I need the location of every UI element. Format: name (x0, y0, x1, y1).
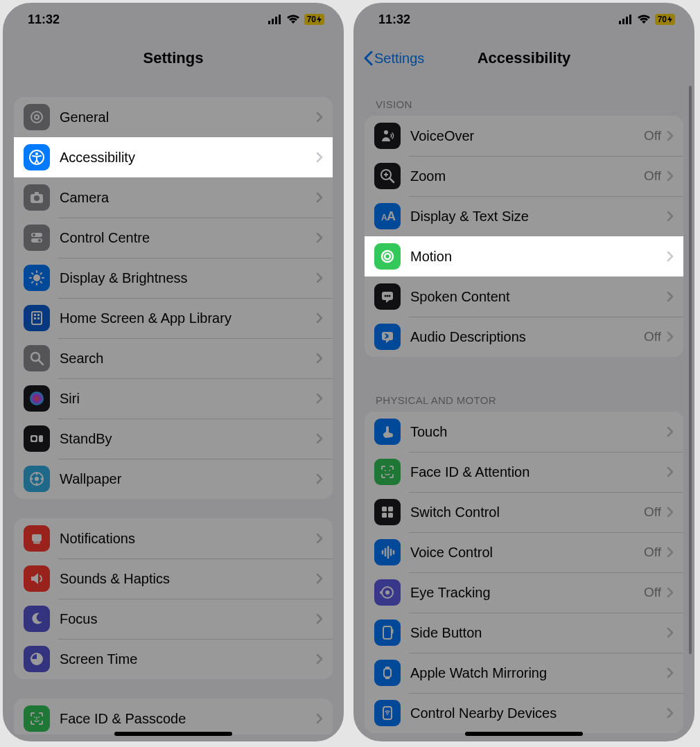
svg-point-65 (385, 470, 386, 471)
accessibility-content[interactable]: VISION VoiceOverOffZoomOffAADisplay & Te… (353, 80, 694, 735)
row-voice-control[interactable]: Voice ControlOff (365, 532, 683, 572)
row-label: Audio Descriptions (410, 329, 644, 345)
section-vision-header: VISION (365, 80, 683, 116)
control-centre-icon (24, 225, 50, 251)
svg-point-36 (35, 477, 39, 481)
voiceover-icon (374, 123, 401, 149)
row-display-text-size[interactable]: AADisplay & Text Size (365, 196, 683, 236)
nav-bar: Settings Accessibility (353, 36, 694, 80)
row-label: Search (60, 351, 316, 367)
phone-right-accessibility: 11:32 70 Settings Accessibility VISION V… (353, 3, 694, 741)
chevron-right-icon (667, 211, 674, 222)
spoken-content-icon (374, 283, 401, 310)
row-control-nearby-devices[interactable]: Control Nearby Devices (365, 693, 683, 733)
row-motion[interactable]: Motion (365, 236, 683, 276)
switch-control-icon (374, 499, 401, 525)
svg-rect-50 (629, 15, 631, 24)
side-button-icon (374, 619, 401, 646)
chevron-right-icon (667, 331, 674, 342)
status-right: 70 (268, 14, 324, 25)
settings-group-2: NotificationsSounds & HapticsFocusScreen… (14, 518, 333, 679)
row-home-screen-app-library[interactable]: Home Screen & App Library (14, 298, 333, 338)
row-label: Spoken Content (410, 289, 667, 305)
row-touch[interactable]: Touch (365, 412, 683, 452)
svg-point-51 (384, 130, 388, 134)
chevron-right-icon (316, 573, 323, 584)
accessibility-icon (24, 144, 50, 170)
physical-group: TouchFace ID & AttentionSwitch ControlOf… (365, 412, 683, 733)
row-spoken-content[interactable]: Spoken Content (365, 276, 683, 317)
status-time: 11:32 (28, 12, 60, 27)
row-side-button[interactable]: Side Button (365, 613, 683, 653)
audio-desc-icon (374, 324, 401, 350)
status-bar: 11:32 70 (353, 3, 694, 36)
battery-badge: 70 (304, 14, 324, 25)
svg-rect-68 (388, 507, 393, 511)
row-label: Wallpaper (60, 471, 316, 487)
row-search[interactable]: Search (14, 338, 333, 378)
svg-line-30 (39, 360, 43, 364)
row-general[interactable]: General (14, 97, 333, 137)
row-accessibility[interactable]: Accessibility (14, 137, 333, 177)
settings-content[interactable]: GeneralAccessibilityCameraControl Centre… (3, 80, 344, 735)
row-control-centre[interactable]: Control Centre (14, 218, 333, 258)
row-eye-tracking[interactable]: Eye TrackingOff (365, 572, 683, 613)
status-time: 11:32 (378, 12, 410, 27)
svg-point-58 (382, 251, 393, 262)
nearby-devices-icon (374, 700, 401, 726)
chevron-right-icon (316, 232, 323, 243)
row-siri[interactable]: Siri (14, 378, 333, 419)
scrollbar[interactable] (689, 86, 692, 654)
chevron-right-icon (316, 433, 323, 444)
svg-rect-1 (272, 19, 274, 24)
row-zoom[interactable]: ZoomOff (365, 156, 683, 196)
chevron-right-icon (667, 130, 674, 141)
wifi-icon (637, 15, 651, 24)
row-wallpaper[interactable]: Wallpaper (14, 459, 333, 499)
row-screen-time[interactable]: Screen Time (14, 639, 333, 679)
svg-point-13 (33, 234, 35, 236)
svg-point-61 (385, 295, 387, 297)
row-label: Apple Watch Mirroring (410, 665, 667, 681)
row-label: Face ID & Attention (410, 464, 667, 480)
chevron-right-icon (316, 613, 323, 624)
row-face-id-attention[interactable]: Face ID & Attention (365, 452, 683, 492)
row-sounds-haptics[interactable]: Sounds & Haptics (14, 559, 333, 599)
nav-bar: Settings (3, 36, 344, 80)
chevron-right-icon (667, 507, 674, 518)
row-switch-control[interactable]: Switch ControlOff (365, 492, 683, 532)
svg-point-45 (38, 717, 40, 718)
row-label: Zoom (410, 168, 644, 184)
touch-icon (374, 419, 401, 445)
notifications-icon (24, 525, 50, 552)
row-value: Off (644, 168, 661, 184)
row-focus[interactable]: Focus (14, 599, 333, 639)
back-label: Settings (374, 51, 424, 67)
gear-icon (24, 104, 50, 130)
row-label: Side Button (410, 625, 667, 641)
svg-rect-79 (383, 626, 392, 639)
watch-mirror-icon (374, 660, 401, 686)
row-apple-watch-mirroring[interactable]: Apple Watch Mirroring (365, 653, 683, 693)
vision-group: VoiceOverOffZoomOffAADisplay & Text Size… (365, 116, 683, 357)
svg-point-39 (36, 483, 38, 485)
row-label: Notifications (60, 531, 316, 547)
svg-point-15 (33, 274, 40, 281)
row-audio-descriptions[interactable]: Audio DescriptionsOff (365, 317, 683, 357)
row-face-id-passcode[interactable]: Face ID & Passcode (14, 698, 333, 735)
svg-point-7 (35, 152, 38, 155)
cellular-icon (268, 15, 282, 24)
row-display-brightness[interactable]: Display & Brightness (14, 258, 333, 298)
svg-line-23 (41, 273, 42, 274)
svg-rect-26 (37, 314, 40, 316)
row-label: Face ID & Passcode (60, 711, 316, 727)
chevron-right-icon (316, 533, 323, 544)
row-standby[interactable]: StandBy (14, 419, 333, 459)
svg-line-20 (32, 273, 33, 274)
wallpaper-icon (24, 466, 50, 492)
back-button[interactable]: Settings (363, 51, 424, 67)
row-notifications[interactable]: Notifications (14, 518, 333, 559)
svg-rect-28 (37, 317, 40, 319)
row-camera[interactable]: Camera (14, 177, 333, 218)
row-voiceover[interactable]: VoiceOverOff (365, 116, 683, 156)
